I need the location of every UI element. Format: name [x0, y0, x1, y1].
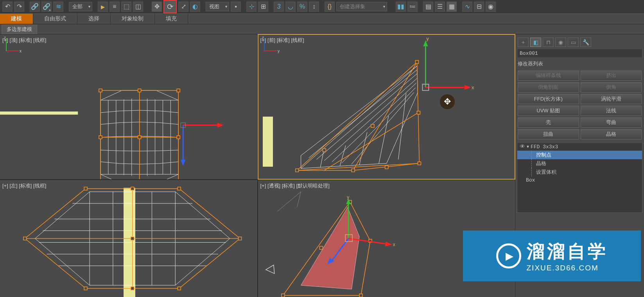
svg-rect-41	[295, 169, 298, 172]
mod-ffd-box[interactable]: FFD(长方体)	[518, 94, 579, 104]
layers-icon[interactable]: ▤	[423, 2, 433, 12]
modifier-list-label[interactable]: 修改器列表	[517, 58, 642, 70]
stack-lattice[interactable]: 晶格	[517, 159, 642, 168]
stack-set-volume[interactable]: 设置体积	[517, 168, 642, 176]
watermark-url: ZIXUE.3D66.COM	[527, 264, 599, 272]
mod-bend[interactable]: 弯曲	[581, 117, 642, 128]
tab-utilities-icon[interactable]: 🔧	[580, 38, 591, 47]
viewport-label-perspective[interactable]: [+] [透视] [标准] [默认明暗处理]	[260, 182, 330, 189]
select-by-name-icon[interactable]: ≡	[109, 2, 120, 12]
expand-icon[interactable]: ▼	[527, 145, 529, 149]
watermark-overlay: 溜溜自学 ZIXUE.3D66.COM	[463, 230, 641, 281]
pivot-center-icon[interactable]: ▪	[231, 2, 241, 12]
keyboard-shortcut-icon[interactable]: ⊞	[258, 2, 268, 12]
svg-marker-26	[181, 159, 185, 166]
stack-ffd[interactable]: 👁 ▼ FFD 3x3x3	[517, 143, 642, 151]
redo-icon[interactable]: ↷	[14, 2, 24, 12]
stack-control-points[interactable]: 控制点	[517, 151, 642, 159]
selection-filter-dropdown[interactable]: 全部	[69, 2, 92, 11]
mod-edit-spline[interactable]: 编辑样条线	[518, 70, 579, 81]
svg-rect-80	[131, 287, 134, 290]
bind-icon[interactable]: ≋	[53, 2, 63, 12]
tab-hierarchy-icon[interactable]: ⊓	[543, 38, 554, 47]
mod-bevel[interactable]: 倒角	[581, 82, 642, 92]
viewport-left[interactable]: [+] [左] [标准] [线框]	[0, 180, 257, 297]
mod-twist[interactable]: 扭曲	[518, 129, 579, 139]
mod-uvw-map[interactable]: UVW 贴图	[518, 106, 579, 116]
visibility-icon[interactable]: 👁	[520, 144, 525, 150]
region-rect-icon[interactable]: ⬚	[121, 2, 131, 12]
object-name-input[interactable]	[517, 49, 642, 58]
manipulate-icon[interactable]: ⊹	[246, 2, 257, 12]
move-icon[interactable]: ✥	[152, 2, 162, 12]
named-set-icon[interactable]: {}	[325, 2, 335, 12]
tab-modify-icon[interactable]: ◧	[530, 38, 541, 47]
svg-line-36	[379, 116, 388, 164]
material-editor-icon[interactable]: ◉	[486, 2, 496, 12]
rotate-icon[interactable]: ⟳	[163, 0, 177, 13]
mod-bevel-profile[interactable]: 倒角剖面	[518, 82, 579, 92]
align-icon[interactable]: ≔	[407, 2, 418, 12]
mod-normal[interactable]: 法线	[581, 106, 642, 116]
ribbon-toggle-icon[interactable]: ▦	[447, 2, 457, 12]
tab-create-icon[interactable]: +	[518, 38, 529, 47]
viewport-label-left[interactable]: [+] [左] [标准] [线框]	[2, 182, 46, 189]
viewport-grid: [+] [顶] [标准] [线框]	[0, 34, 515, 297]
svg-text:y: y	[426, 36, 429, 41]
layer-explorer-icon[interactable]: ☰	[435, 2, 445, 12]
svg-rect-48	[371, 124, 374, 128]
gizmo-top	[181, 123, 224, 166]
svg-rect-78	[239, 237, 242, 240]
svg-rect-47	[323, 149, 326, 152]
schematic-icon[interactable]: ⊟	[474, 2, 484, 12]
curve-editor-icon[interactable]: ∿	[462, 2, 472, 12]
modifier-buttons: 编辑样条线 挤出 倒角剖面 倒角 FFD(长方体) 涡轮平滑 UVW 贴图 法线…	[517, 70, 642, 140]
ribbon-panel-polygon-modeling[interactable]: 多边形建模	[2, 25, 37, 34]
angle-snap-icon[interactable]: ◡	[285, 2, 296, 12]
refcoord-dropdown[interactable]: 视图	[206, 2, 229, 11]
ribbon-tab-paint[interactable]: 对象绘制	[111, 14, 155, 24]
modifier-stack[interactable]: 👁 ▼ FFD 3x3x3 控制点 晶格 设置体积 Box	[517, 142, 642, 213]
undo-icon[interactable]: ↶	[2, 2, 13, 12]
svg-rect-86	[319, 246, 323, 249]
spinner-snap-icon[interactable]: ↕	[309, 2, 319, 12]
named-set-dropdown[interactable]: 创建选择集	[336, 2, 387, 11]
snap-icon[interactable]: 3	[274, 2, 284, 12]
watermark-logo-icon	[496, 243, 521, 268]
svg-rect-18	[138, 136, 141, 139]
main-toolbar: ↶ ↷ 🔗 🔗✕ ≋ 全部 ▸ ≡ ⬚ ◫ ✥ ⟳ ⤢ ◐ 视图 ▪ ⊹ ⊞ 3…	[0, 0, 644, 13]
svg-rect-77	[131, 237, 134, 240]
tab-display-icon[interactable]: ▭	[568, 38, 579, 47]
ribbon-tab-modeling[interactable]: 建模	[0, 14, 33, 24]
mod-shell[interactable]: 壳	[518, 117, 579, 128]
scale-icon[interactable]: ⤢	[178, 2, 188, 12]
mirror-icon[interactable]: ▮▮	[396, 2, 406, 12]
select-icon[interactable]: ▸	[98, 2, 108, 12]
ribbon-tab-select[interactable]: 选择	[77, 14, 111, 24]
viewport-label-top[interactable]: [+] [顶] [标准] [线框]	[2, 37, 46, 44]
mod-extrude[interactable]: 挤出	[581, 70, 642, 81]
svg-rect-74	[131, 187, 134, 190]
create-set-label: 创建选择集	[340, 3, 365, 10]
stack-base-box[interactable]: Box	[517, 176, 642, 184]
viewport-top[interactable]: [+] [顶] [标准] [线框]	[0, 34, 257, 179]
wireframe-front: y x	[258, 34, 515, 179]
tab-motion-icon[interactable]: ◉	[555, 38, 566, 47]
svg-text:y: y	[347, 194, 349, 200]
svg-line-34	[340, 146, 346, 166]
placement-icon[interactable]: ◐	[190, 2, 200, 12]
mod-turbosmooth[interactable]: 涡轮平滑	[581, 94, 642, 104]
ribbon-tab-populate[interactable]: 填充	[155, 14, 188, 24]
svg-marker-52	[464, 85, 470, 90]
percent-label: %	[300, 3, 305, 10]
window-crossing-icon[interactable]: ◫	[133, 2, 143, 12]
viewport-label-front[interactable]: [+] [前] [标准] [线框]	[260, 37, 304, 44]
ribbon-tabs: 建模 自由形式 选择 对象绘制 填充	[0, 13, 644, 24]
unlink-icon[interactable]: 🔗✕	[41, 2, 52, 12]
svg-rect-46	[417, 111, 420, 114]
mod-lattice[interactable]: 晶格	[581, 129, 642, 139]
viewport-front[interactable]: [+] [前] [标准] [线框]	[258, 34, 515, 179]
link-icon[interactable]: 🔗	[30, 2, 40, 12]
ribbon-tab-freeform[interactable]: 自由形式	[33, 14, 77, 24]
percent-snap-icon[interactable]: %	[297, 2, 307, 12]
